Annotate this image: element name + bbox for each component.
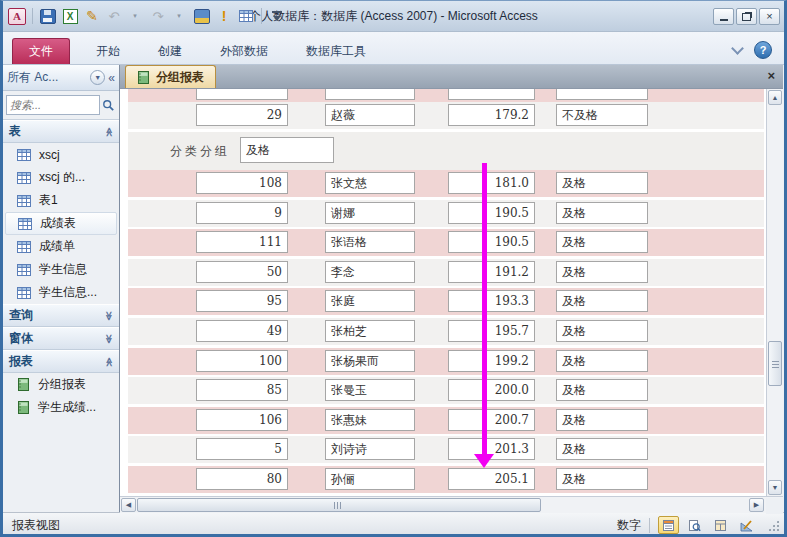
save-icon[interactable]: [39, 8, 57, 25]
report-field-name[interactable]: 谢娜: [325, 202, 415, 224]
print-preview-button[interactable]: [684, 516, 705, 534]
report-field-name[interactable]: 孙俪: [325, 468, 415, 490]
report-field-score[interactable]: 181.0: [448, 172, 535, 194]
nav-item-学生成绩...[interactable]: 学生成绩...: [3, 396, 119, 419]
report-field-score[interactable]: 200.0: [448, 379, 535, 401]
report-field-grade[interactable]: 及格: [556, 202, 648, 224]
tab-database-tools[interactable]: 数据库工具: [287, 39, 385, 64]
export-excel-icon[interactable]: X: [61, 8, 79, 25]
report-field-id[interactable]: 80: [196, 468, 288, 490]
report-field-id[interactable]: 5: [196, 438, 288, 460]
tab-file[interactable]: 文件: [12, 38, 70, 64]
report-field-grade[interactable]: 及格: [556, 290, 648, 312]
report-field-score[interactable]: 193.3: [448, 290, 535, 312]
minimize-button[interactable]: [713, 8, 734, 25]
report-field-id[interactable]: 49: [196, 320, 288, 342]
search-icon[interactable]: [100, 99, 116, 112]
form-tool-icon[interactable]: [193, 8, 211, 25]
report-field-grade[interactable]: 及格: [556, 350, 648, 372]
report-field-empty[interactable]: [448, 89, 535, 100]
report-field-id[interactable]: 85: [196, 379, 288, 401]
report-field-id[interactable]: 111: [196, 231, 288, 253]
report-field-grade[interactable]: 及格: [556, 172, 648, 194]
report-field-id[interactable]: 50: [196, 261, 288, 283]
report-field-name[interactable]: 张惠妹: [325, 409, 415, 431]
nav-pane-dropdown-icon[interactable]: ▼: [90, 70, 105, 85]
nav-item-成绩单[interactable]: 成绩单: [3, 235, 119, 258]
layout-view-button[interactable]: [710, 516, 731, 534]
redo-menu-icon[interactable]: ▾: [171, 8, 189, 25]
datasheet-icon[interactable]: [237, 8, 255, 25]
close-button[interactable]: ×: [759, 8, 780, 25]
report-field-name[interactable]: 张文慈: [325, 172, 415, 194]
report-field-id[interactable]: 29: [196, 104, 288, 126]
close-document-icon[interactable]: ×: [767, 68, 775, 83]
report-field-empty[interactable]: [325, 89, 415, 100]
undo-menu-icon[interactable]: ▾: [127, 8, 145, 25]
horizontal-scrollbar-thumb[interactable]: [137, 498, 541, 512]
report-field-score[interactable]: 190.5: [448, 202, 535, 224]
report-field-id[interactable]: 106: [196, 409, 288, 431]
run-icon[interactable]: !: [215, 8, 233, 25]
nav-section-报表[interactable]: 报表 ≫: [3, 350, 119, 373]
report-field-score[interactable]: 179.2: [448, 104, 535, 126]
redo-icon[interactable]: ↷: [149, 8, 167, 25]
report-field-id[interactable]: 108: [196, 172, 288, 194]
report-field-name[interactable]: 张柏芝: [325, 320, 415, 342]
report-field-name[interactable]: 赵薇: [325, 104, 415, 126]
report-field-id[interactable]: 9: [196, 202, 288, 224]
report-field-empty[interactable]: [196, 89, 288, 100]
help-button[interactable]: ?: [754, 41, 772, 59]
report-field-score[interactable]: 191.2: [448, 261, 535, 283]
vertical-scrollbar-thumb[interactable]: [768, 341, 782, 386]
nav-pane-header[interactable]: 所有 Ac... ▼ «: [3, 65, 119, 91]
report-field-name[interactable]: 张庭: [325, 290, 415, 312]
report-field-score[interactable]: 195.7: [448, 320, 535, 342]
tab-external-data[interactable]: 外部数据: [201, 39, 287, 64]
report-view-button[interactable]: [658, 516, 679, 534]
tab-create[interactable]: 创建: [139, 39, 201, 64]
nav-item-分组报表[interactable]: 分组报表: [3, 373, 119, 396]
tab-home[interactable]: 开始: [77, 39, 139, 64]
report-field-grade[interactable]: 及格: [556, 468, 648, 490]
report-field-name[interactable]: 张曼玉: [325, 379, 415, 401]
scroll-down-icon[interactable]: ▼: [768, 480, 782, 495]
report-field-id[interactable]: 100: [196, 350, 288, 372]
report-field-name[interactable]: 刘诗诗: [325, 438, 415, 460]
restore-button[interactable]: [736, 8, 757, 25]
nav-section-查询[interactable]: 查询 ≫: [3, 304, 119, 327]
report-field-score[interactable]: 199.2: [448, 350, 535, 372]
report-field-empty[interactable]: [556, 89, 648, 100]
nav-item-xscj 的...[interactable]: xscj 的...: [3, 166, 119, 189]
report-field-name[interactable]: 张杨果而: [325, 350, 415, 372]
report-field-score[interactable]: 190.5: [448, 231, 535, 253]
customize-quick-access-icon[interactable]: [268, 8, 286, 25]
scroll-left-icon[interactable]: ◀: [121, 498, 136, 512]
report-field-name[interactable]: 张语格: [325, 231, 415, 253]
document-tab[interactable]: 分组报表: [125, 65, 216, 88]
search-input[interactable]: [6, 95, 100, 115]
report-field-grade[interactable]: 及格: [556, 320, 648, 342]
report-field-name[interactable]: 李念: [325, 261, 415, 283]
scroll-right-icon[interactable]: ▶: [749, 498, 764, 512]
collapse-pane-icon[interactable]: «: [108, 71, 115, 85]
report-field-id[interactable]: 95: [196, 290, 288, 312]
minimize-ribbon-icon[interactable]: [731, 42, 744, 55]
vertical-scrollbar[interactable]: ▲ ▼: [766, 89, 783, 496]
report-field-score[interactable]: 200.7: [448, 409, 535, 431]
design-icon[interactable]: ✎: [83, 8, 101, 25]
horizontal-scrollbar[interactable]: ◀ ▶: [120, 496, 783, 513]
report-field-grade[interactable]: 不及格: [556, 104, 648, 126]
report-field-grade[interactable]: 及格: [556, 379, 648, 401]
nav-item-表1[interactable]: 表1: [3, 189, 119, 212]
nav-item-xscj[interactable]: xscj: [3, 143, 119, 166]
nav-item-学生信息[interactable]: 学生信息: [3, 258, 119, 281]
report-field-grade[interactable]: 及格: [556, 409, 648, 431]
nav-section-表[interactable]: 表 ≫: [3, 120, 119, 143]
report-field-score[interactable]: 205.1: [448, 468, 535, 490]
resize-grip[interactable]: [767, 519, 780, 532]
undo-icon[interactable]: ↶: [105, 8, 123, 25]
report-field-grade[interactable]: 及格: [556, 231, 648, 253]
nav-item-学生信息...[interactable]: 学生信息...: [3, 281, 119, 304]
report-field-grade[interactable]: 及格: [556, 261, 648, 283]
